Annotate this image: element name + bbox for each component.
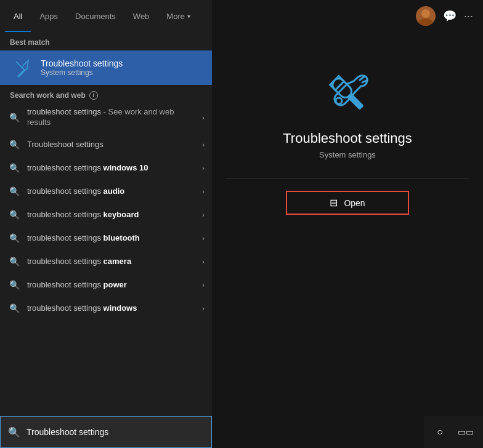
best-match-item[interactable]: Troubleshoot settings System settings	[0, 50, 212, 85]
detail-top-bar: 💬 ···	[212, 0, 483, 32]
result-item-6[interactable]: 🔍 troubleshoot settings camera ›	[0, 250, 212, 273]
search-icon-3: 🔍	[7, 185, 21, 198]
best-match-text: Troubleshoot settings System settings	[41, 58, 123, 77]
tab-apps[interactable]: Apps	[31, 0, 67, 32]
search-bar-icon: 🔍	[8, 426, 20, 438]
result-text-1: Troubleshoot settings	[27, 140, 196, 149]
chevron-right-icon-3: ›	[202, 188, 205, 195]
result-item-3[interactable]: 🔍 troubleshoot settings audio ›	[0, 180, 212, 203]
svg-point-1	[418, 18, 433, 26]
open-label: Open	[344, 198, 365, 208]
chevron-right-icon-2: ›	[202, 164, 205, 172]
avatar[interactable]	[416, 6, 436, 26]
chevron-right-icon-4: ›	[202, 211, 205, 218]
open-button[interactable]: ⊟ Open	[286, 191, 409, 215]
svg-point-5	[336, 98, 342, 104]
search-bar[interactable]: 🔍	[0, 416, 212, 448]
chevron-right-icon-8: ›	[202, 305, 205, 312]
search-icon-6: 🔍	[7, 255, 21, 268]
result-item-1[interactable]: 🔍 Troubleshoot settings ›	[0, 133, 212, 156]
detail-divider	[225, 178, 469, 178]
tab-all[interactable]: All	[5, 0, 31, 32]
more-options-icon[interactable]: ···	[464, 10, 473, 23]
taskbar-explorer-icon[interactable]	[481, 421, 483, 443]
taskbar: ○ ▭▭ O	[424, 416, 483, 448]
result-item-7[interactable]: 🔍 troubleshoot settings power ›	[0, 273, 212, 297]
best-match-subtitle: System settings	[41, 68, 123, 77]
info-icon[interactable]: i	[89, 91, 98, 100]
chevron-right-icon-5: ›	[202, 234, 205, 242]
result-text-7: troubleshoot settings power	[27, 280, 196, 289]
result-item-5[interactable]: 🔍 troubleshoot settings bluetooth ›	[0, 226, 212, 250]
best-match-label: Best match	[0, 32, 212, 50]
detail-title: Troubleshoot settings	[283, 130, 412, 146]
result-text-2: troubleshoot settings windows 10	[27, 163, 196, 172]
search-icon-7: 🔍	[7, 278, 21, 292]
search-icon-4: 🔍	[7, 208, 21, 222]
result-text-4: troubleshoot settings keyboard	[27, 210, 196, 219]
result-item-0[interactable]: 🔍 troubleshoot settings - See work and w…	[0, 102, 212, 133]
result-item-8[interactable]: 🔍 troubleshoot settings windows ›	[0, 297, 212, 320]
chevron-down-icon: ▾	[187, 13, 190, 20]
result-text-3: troubleshoot settings audio	[27, 186, 196, 196]
search-panel: All Apps Documents Web More ▾ Best match…	[0, 0, 212, 448]
taskbar-taskview-icon[interactable]: ▭▭	[455, 421, 477, 443]
detail-wrench-icon	[323, 69, 372, 118]
detail-subtitle: System settings	[319, 150, 376, 159]
chevron-right-icon-6: ›	[202, 258, 205, 265]
tab-web[interactable]: Web	[124, 0, 158, 32]
search-input[interactable]	[26, 427, 204, 437]
search-work-web-header: Search work and web i	[0, 85, 212, 102]
tab-documents[interactable]: Documents	[67, 0, 124, 32]
search-icon-8: 🔍	[7, 302, 21, 315]
search-icon-1: 🔍	[7, 138, 21, 151]
search-icon: 🔍	[7, 111, 21, 124]
result-item-4[interactable]: 🔍 troubleshoot settings keyboard ›	[0, 203, 212, 226]
svg-point-0	[421, 9, 430, 18]
tab-more[interactable]: More ▾	[158, 0, 199, 32]
result-text-8: troubleshoot settings windows	[27, 303, 196, 313]
wrench-icon	[10, 57, 32, 79]
taskbar-search-icon[interactable]: ○	[429, 421, 451, 443]
best-match-title: Troubleshoot settings	[41, 58, 123, 68]
window-icon: ⊟	[330, 197, 338, 209]
result-text-5: troubleshoot settings bluetooth	[27, 233, 196, 242]
detail-panel: 💬 ··· Troubleshoot settings System setti…	[212, 0, 483, 448]
result-text-0: troubleshoot settings - See work and web…	[27, 107, 196, 128]
result-item-2[interactable]: 🔍 troubleshoot settings windows 10 ›	[0, 156, 212, 180]
feedback-icon[interactable]: 💬	[443, 9, 457, 23]
detail-content: Troubleshoot settings System settings ⊟ …	[212, 32, 483, 215]
chevron-right-icon-7: ›	[202, 281, 205, 289]
search-icon-2: 🔍	[7, 161, 21, 175]
search-icon-5: 🔍	[7, 231, 21, 245]
chevron-right-icon-0: ›	[202, 114, 205, 121]
nav-tabs: All Apps Documents Web More ▾	[0, 0, 212, 32]
result-text-6: troubleshoot settings camera	[27, 257, 196, 266]
chevron-right-icon-1: ›	[202, 141, 205, 148]
svg-rect-3	[347, 93, 364, 110]
